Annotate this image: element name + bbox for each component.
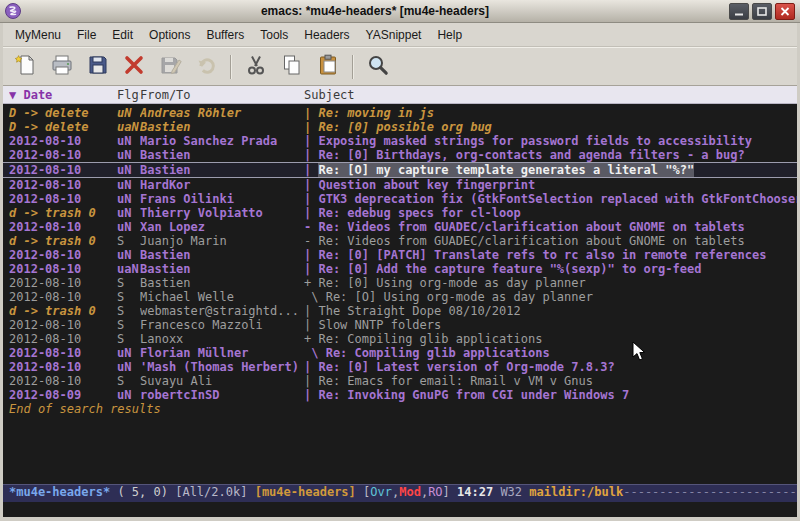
save-as-button[interactable]: [155, 52, 185, 82]
message-row[interactable]: d -> trash 0SJuanjo Marin- Re: Videos fr…: [3, 234, 797, 248]
message-row[interactable]: 2012-08-09uNrobertcInSD| Re: Invoking Gn…: [3, 388, 797, 402]
menu-item-headers[interactable]: Headers: [296, 25, 357, 45]
message-from: Bastien: [140, 276, 304, 290]
message-row[interactable]: D -> deleteuNAndreas Röhler| Re: moving …: [3, 106, 797, 120]
message-from: 'Mash (Thomas Herbert): [140, 360, 304, 374]
message-row[interactable]: 2012-08-10uNXan Lopez- Re: Videos from G…: [3, 220, 797, 234]
paste-button[interactable]: [313, 52, 343, 82]
message-row[interactable]: 2012-08-10SBastien+ Re: [0] Using org-mo…: [3, 276, 797, 290]
message-date: 2012-08-10: [9, 163, 117, 177]
menu-item-edit[interactable]: Edit: [104, 25, 141, 45]
window-title: emacs: *mu4e-headers* [mu4e-headers]: [26, 4, 724, 18]
message-row[interactable]: 2012-08-10uNFlorian Müllner \ Re: Compil…: [3, 346, 797, 360]
message-row[interactable]: d -> trash 0uNThierry Volpiatto| Re: ede…: [3, 206, 797, 220]
print-button[interactable]: [47, 52, 77, 82]
message-subject: \ Re: Compiling glib applications: [304, 346, 797, 360]
end-of-search-results: End of search results: [3, 402, 797, 416]
message-row[interactable]: D -> deleteuaNBastien| Re: [0] possible …: [3, 120, 797, 134]
mu4e-headers-buffer[interactable]: ▼ Date Flgs From/To Subject D -> deleteu…: [3, 86, 797, 484]
close-icon: [780, 7, 790, 16]
modeline-segment: RO: [428, 485, 442, 499]
message-list: D -> deleteuNAndreas Röhler| Re: moving …: [3, 104, 797, 402]
message-row-current[interactable]: 2012-08-10uNBastien| Re: [O] my capture …: [3, 162, 797, 178]
message-flags: S: [117, 332, 140, 346]
titlebar[interactable]: emacs: *mu4e-headers* [mu4e-headers]: [0, 0, 800, 23]
message-subject: - Re: Videos from GUADEC/clarification a…: [304, 234, 797, 248]
message-row[interactable]: 2012-08-10SLanoxx+ Re: Compiling glib ap…: [3, 332, 797, 346]
emacs-icon: [5, 3, 21, 19]
modeline-segment: maildir:/bulk: [529, 485, 623, 499]
menu-item-options[interactable]: Options: [141, 25, 198, 45]
print-icon: [50, 53, 74, 81]
message-from: Michael Welle: [140, 290, 304, 304]
message-from: robertcInSD: [140, 388, 304, 402]
new-file-icon: [14, 53, 38, 81]
message-date: 2012-08-10: [9, 332, 117, 346]
message-date: 2012-08-10: [9, 360, 117, 374]
message-row[interactable]: 2012-08-10SFrancesco Mazzoli| Slow NNTP …: [3, 318, 797, 332]
message-row[interactable]: 2012-08-10SMichael Welle \ Re: [O] Using…: [3, 290, 797, 304]
modeline-segment: [mu4e-headers]: [255, 485, 363, 499]
message-from: Mario Sanchez Prada: [140, 134, 304, 148]
message-flags: uN: [117, 388, 140, 402]
modeline-segment: ( 5, 0): [110, 485, 175, 499]
menu-item-tools[interactable]: Tools: [252, 25, 296, 45]
undo-button[interactable]: [191, 52, 221, 82]
save-button[interactable]: [83, 52, 113, 82]
minimize-button[interactable]: [729, 3, 749, 20]
modeline-segment: Ovr: [370, 485, 392, 499]
modeline-segment: --------------------------------------: [623, 485, 797, 499]
subject-column-header[interactable]: Subject: [304, 88, 797, 102]
search-icon: [366, 53, 390, 81]
close-buffer-button[interactable]: [119, 52, 149, 82]
sort-by-date-header[interactable]: ▼ Date: [9, 88, 117, 102]
menu-item-mymenu[interactable]: MyMenu: [7, 25, 69, 45]
current-line-highlight: Re: [O] my capture template generates a …: [318, 163, 694, 177]
message-subject: \ Re: [O] Using org-mode as day planner: [304, 290, 797, 304]
message-mark: D -> delete: [9, 106, 117, 120]
message-row[interactable]: 2012-08-10uNFrans Oilinki| GTK3 deprecat…: [3, 192, 797, 206]
message-subject: | Re: Invoking GnuPG from CGI under Wind…: [304, 388, 797, 402]
close-button[interactable]: [775, 3, 795, 20]
message-from: Suvayu Ali: [140, 374, 304, 388]
search-button[interactable]: [363, 52, 393, 82]
message-subject: | Re: [0] [PATCH] Translate refs to rc a…: [304, 248, 797, 262]
menu-item-help[interactable]: Help: [429, 25, 470, 45]
message-row[interactable]: 2012-08-10uNBastien| Re: [0] [PATCH] Tra…: [3, 248, 797, 262]
message-row[interactable]: 2012-08-10SSuvayu Ali| Re: Emacs for ema…: [3, 374, 797, 388]
message-date: 2012-08-10: [9, 248, 117, 262]
message-from: Bastien: [140, 148, 304, 162]
mode-line[interactable]: *mu4e-headers* ( 5, 0) [All/2.0k] [mu4e-…: [3, 484, 797, 502]
menu-item-yasnippet[interactable]: YASnippet: [358, 25, 430, 45]
message-from: Lanoxx: [140, 332, 304, 346]
message-flags: S: [117, 290, 140, 304]
message-subject: + Re: [0] Using org-mode as day planner: [304, 276, 797, 290]
menu-item-file[interactable]: File: [69, 25, 104, 45]
cut-button[interactable]: [241, 52, 271, 82]
message-flags: S: [117, 304, 140, 318]
message-subject: + Re: Compiling glib applications: [304, 332, 797, 346]
maximize-button[interactable]: [752, 3, 772, 20]
flags-column-header[interactable]: Flgs: [117, 88, 140, 102]
copy-button[interactable]: [277, 52, 307, 82]
minimize-icon: [734, 7, 744, 16]
cut-icon: [244, 53, 268, 81]
new-file-button[interactable]: [11, 52, 41, 82]
message-row[interactable]: 2012-08-10uNBastien| Re: [0] Birthdays, …: [3, 148, 797, 162]
message-row[interactable]: d -> trash 0Swebmaster@straightd...| The…: [3, 304, 797, 318]
message-flags: uN: [117, 248, 140, 262]
message-row[interactable]: 2012-08-10uaNBastien| Re: [0] Add the ca…: [3, 262, 797, 276]
message-date: 2012-08-10: [9, 374, 117, 388]
message-row[interactable]: 2012-08-10uN'Mash (Thomas Herbert)| Re: …: [3, 360, 797, 374]
message-row[interactable]: 2012-08-10uNHardKor| Question about key …: [3, 178, 797, 192]
menu-item-buffers[interactable]: Buffers: [198, 25, 252, 45]
message-row[interactable]: 2012-08-10uNMario Sanchez Prada| Exposin…: [3, 134, 797, 148]
message-date: 2012-08-10: [9, 290, 117, 304]
from-column-header[interactable]: From/To: [140, 88, 304, 102]
echo-area[interactable]: [3, 502, 797, 517]
message-subject: | Re: [0] Latest version of Org-mode 7.8…: [304, 360, 797, 374]
message-flags: S: [117, 276, 140, 290]
message-subject: | Slow NNTP folders: [304, 318, 797, 332]
headers-column-header: ▼ Date Flgs From/To Subject: [3, 86, 797, 104]
message-flags: uN: [117, 106, 140, 120]
